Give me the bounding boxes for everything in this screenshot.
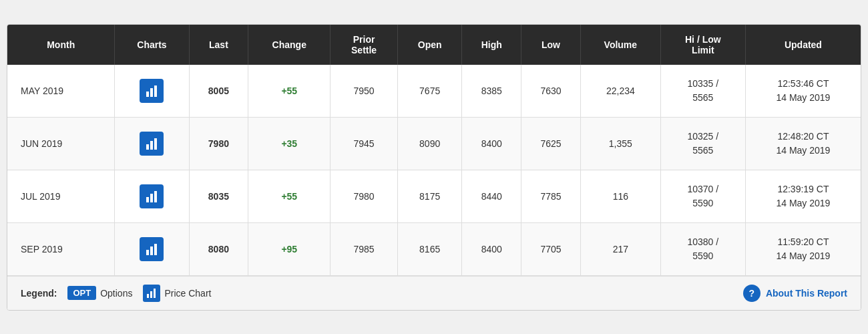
- cell-prior-settle: 7985: [331, 222, 398, 275]
- table-row: JUL 2019 8035+55798081758440778511610370…: [7, 170, 861, 222]
- cell-updated: 12:53:46 CT 14 May 2019: [745, 65, 861, 118]
- svg-rect-10: [150, 246, 153, 255]
- help-icon: ?: [743, 285, 761, 302]
- cell-last: 8035: [189, 170, 248, 222]
- col-change: Change: [248, 25, 331, 65]
- svg-rect-8: [154, 191, 157, 202]
- svg-rect-12: [147, 294, 149, 298]
- chart-bar-icon[interactable]: [140, 184, 164, 208]
- col-volume: Volume: [580, 25, 660, 65]
- cell-low: 7630: [521, 65, 581, 118]
- col-charts: Charts: [115, 25, 189, 65]
- svg-rect-3: [146, 144, 149, 150]
- table-row: JUN 2019 7980+3579458090840076251,355103…: [7, 117, 861, 170]
- col-month: Month: [7, 25, 115, 65]
- cell-high: 8440: [462, 170, 521, 222]
- cell-change: +55: [248, 170, 331, 222]
- chart-bar-icon[interactable]: [140, 237, 164, 261]
- svg-rect-2: [154, 86, 157, 97]
- cell-change: +95: [248, 222, 331, 275]
- cell-charts[interactable]: [115, 170, 189, 222]
- cell-hi-low-limit: 10335 / 5565: [660, 65, 745, 118]
- cell-last: 7980: [189, 117, 248, 170]
- main-container: Month Charts Last Change Prior Settle Op…: [7, 24, 861, 311]
- svg-rect-1: [150, 88, 153, 97]
- cell-month: SEP 2019: [7, 222, 115, 275]
- table-row: SEP 2019 8080+95798581658400770521710380…: [7, 222, 861, 275]
- cell-prior-settle: 7950: [331, 65, 398, 118]
- col-open: Open: [397, 25, 462, 65]
- svg-rect-0: [146, 92, 149, 97]
- cell-open: 8175: [397, 170, 462, 222]
- opt-badge: OPT: [67, 286, 96, 300]
- cell-open: 7675: [397, 65, 462, 118]
- cell-high: 8385: [462, 65, 521, 118]
- cell-high: 8400: [462, 117, 521, 170]
- cell-high: 8400: [462, 222, 521, 275]
- footer: Legend: OPT Options Price Chart ? About …: [7, 276, 861, 310]
- cell-updated: 11:59:20 CT 14 May 2019: [745, 222, 861, 275]
- svg-rect-11: [154, 244, 157, 255]
- col-low: Low: [521, 25, 581, 65]
- svg-rect-13: [150, 291, 152, 298]
- cell-hi-low-limit: 10370 / 5590: [660, 170, 745, 222]
- svg-rect-5: [154, 138, 157, 150]
- legend-opt-item: OPT Options: [67, 286, 132, 300]
- opt-text: Options: [100, 288, 132, 299]
- cell-low: 7625: [521, 117, 581, 170]
- svg-rect-4: [150, 141, 153, 150]
- cell-volume: 22,234: [580, 65, 660, 118]
- chart-bar-icon[interactable]: [140, 79, 164, 103]
- cell-last: 8080: [189, 222, 248, 275]
- svg-rect-9: [146, 250, 149, 255]
- cell-volume: 1,355: [580, 117, 660, 170]
- cell-low: 7785: [521, 170, 581, 222]
- cell-charts[interactable]: [115, 222, 189, 275]
- cell-hi-low-limit: 10325 / 5565: [660, 117, 745, 170]
- col-high: High: [462, 25, 521, 65]
- chart-bar-icon[interactable]: [140, 132, 164, 156]
- about-this-report-link[interactable]: ? About This Report: [743, 285, 847, 302]
- cell-change: +55: [248, 65, 331, 118]
- svg-rect-6: [146, 197, 149, 202]
- cell-month: JUN 2019: [7, 117, 115, 170]
- cell-charts[interactable]: [115, 65, 189, 118]
- legend-chart-item: Price Chart: [143, 285, 211, 302]
- header-row: Month Charts Last Change Prior Settle Op…: [7, 25, 861, 65]
- data-table: Month Charts Last Change Prior Settle Op…: [7, 25, 861, 276]
- price-chart-icon: [143, 285, 160, 302]
- cell-prior-settle: 7980: [331, 170, 398, 222]
- cell-hi-low-limit: 10380 / 5590: [660, 222, 745, 275]
- col-prior-settle: Prior Settle: [331, 25, 398, 65]
- cell-volume: 116: [580, 170, 660, 222]
- cell-volume: 217: [580, 222, 660, 275]
- cell-open: 8165: [397, 222, 462, 275]
- col-updated: Updated: [745, 25, 861, 65]
- cell-charts[interactable]: [115, 117, 189, 170]
- svg-rect-14: [154, 289, 156, 298]
- cell-updated: 12:48:20 CT 14 May 2019: [745, 117, 861, 170]
- cell-prior-settle: 7945: [331, 117, 398, 170]
- chart-text: Price Chart: [164, 288, 211, 299]
- cell-month: JUL 2019: [7, 170, 115, 222]
- cell-open: 8090: [397, 117, 462, 170]
- cell-change: +35: [248, 117, 331, 170]
- col-hi-low-limit: Hi / Low Limit: [660, 25, 745, 65]
- col-last: Last: [189, 25, 248, 65]
- cell-updated: 12:39:19 CT 14 May 2019: [745, 170, 861, 222]
- legend-label: Legend:: [21, 288, 57, 299]
- table-row: MAY 2019 8005+55795076758385763022,23410…: [7, 65, 861, 118]
- legend-left: Legend: OPT Options Price Chart: [21, 285, 211, 302]
- cell-low: 7705: [521, 222, 581, 275]
- about-text: About This Report: [766, 288, 847, 299]
- cell-month: MAY 2019: [7, 65, 115, 118]
- svg-rect-7: [150, 194, 153, 202]
- cell-last: 8005: [189, 65, 248, 118]
